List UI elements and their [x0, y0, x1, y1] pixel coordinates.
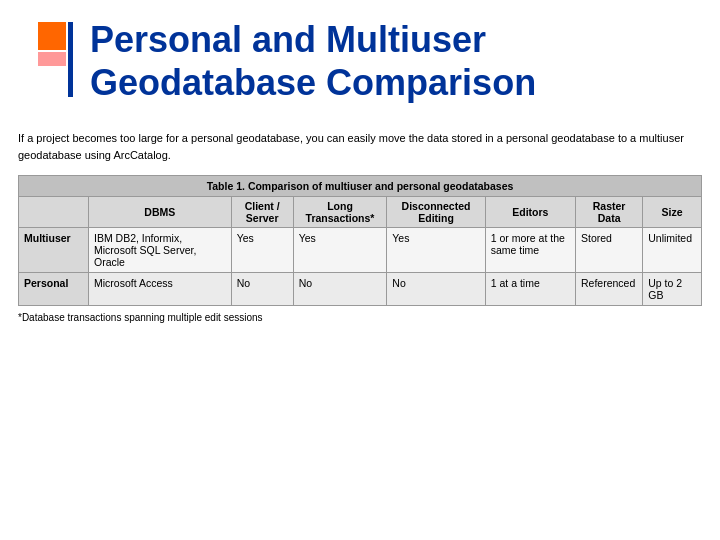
table-row-multiuser: Multiuser IBM DB2, Informix, Microsoft S…	[19, 228, 702, 273]
cell-personal-size: Up to 2 GB	[643, 273, 702, 306]
body-content: If a project becomes too large for a per…	[0, 130, 720, 333]
cell-personal-long-transactions: No	[293, 273, 387, 306]
page-title: Personal and Multiuser Geodatabase Compa…	[80, 18, 680, 104]
table-caption-row: Table 1. Comparison of multiuser and per…	[19, 176, 702, 197]
cell-multiuser-disconnected-editing: Yes	[387, 228, 485, 273]
col-header-type	[19, 197, 89, 228]
col-header-disconnected-editing: Disconnected Editing	[387, 197, 485, 228]
cell-personal-disconnected-editing: No	[387, 273, 485, 306]
header-area: Personal and Multiuser Geodatabase Compa…	[0, 0, 720, 130]
cell-multiuser-dbms: IBM DB2, Informix, Microsoft SQL Server,…	[89, 228, 232, 273]
col-header-editors: Editors	[485, 197, 575, 228]
cell-multiuser-long-transactions: Yes	[293, 228, 387, 273]
cell-multiuser-editors: 1 or more at the same time	[485, 228, 575, 273]
title-line1: Personal and Multiuser	[90, 19, 486, 60]
cell-multiuser-size: Unlimited	[643, 228, 702, 273]
cell-multiuser-client-server: Yes	[231, 228, 293, 273]
table-header-row: DBMS Client / Server Long Transactions* …	[19, 197, 702, 228]
col-header-raster-data: Raster Data	[575, 197, 642, 228]
col-header-dbms: DBMS	[89, 197, 232, 228]
table-row-personal: Personal Microsoft Access No No No 1 at …	[19, 273, 702, 306]
cell-personal-raster-data: Referenced	[575, 273, 642, 306]
deco-square-orange	[38, 22, 66, 50]
row-label-multiuser: Multiuser	[19, 228, 89, 273]
cell-personal-client-server: No	[231, 273, 293, 306]
intro-paragraph: If a project becomes too large for a per…	[18, 130, 702, 163]
table-footnote: *Database transactions spanning multiple…	[18, 312, 702, 323]
row-label-personal: Personal	[19, 273, 89, 306]
col-header-client-server: Client / Server	[231, 197, 293, 228]
table-caption: Table 1. Comparison of multiuser and per…	[19, 176, 702, 197]
deco-line-blue	[68, 22, 73, 97]
cell-multiuser-raster-data: Stored	[575, 228, 642, 273]
cell-personal-dbms: Microsoft Access	[89, 273, 232, 306]
comparison-table: Table 1. Comparison of multiuser and per…	[18, 175, 702, 306]
col-header-long-transactions: Long Transactions*	[293, 197, 387, 228]
deco-square-pink	[38, 52, 66, 66]
cell-personal-editors: 1 at a time	[485, 273, 575, 306]
title-line2: Geodatabase Comparison	[90, 62, 536, 103]
col-header-size: Size	[643, 197, 702, 228]
